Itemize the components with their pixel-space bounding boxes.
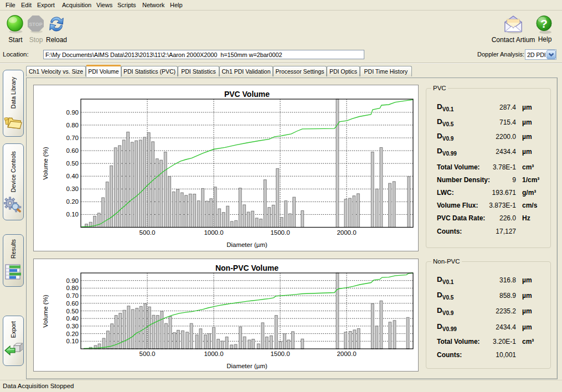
svg-text:0.80: 0.80	[66, 285, 79, 291]
svg-text:1500.0: 1500.0	[270, 350, 290, 357]
svg-text:2000.0: 2000.0	[337, 229, 356, 236]
svg-text:500.0: 500.0	[140, 350, 156, 357]
svg-text:Volume (%): Volume (%)	[42, 147, 49, 180]
svg-text:0.30: 0.30	[66, 323, 79, 329]
svg-text:STOP: STOP	[29, 22, 42, 27]
svg-text:0.10: 0.10	[66, 338, 79, 344]
svg-text:0.10: 0.10	[66, 211, 79, 218]
svg-text:?: ?	[540, 17, 548, 30]
svg-text:Diameter (µm): Diameter (µm)	[226, 241, 267, 248]
svg-text:Diameter (µm): Diameter (µm)	[226, 363, 267, 369]
svg-text:500.0: 500.0	[140, 229, 156, 236]
svg-text:0.70: 0.70	[66, 135, 79, 141]
svg-text:PVC Volume: PVC Volume	[224, 90, 270, 99]
svg-text:0.40: 0.40	[66, 173, 79, 179]
svg-text:0.40: 0.40	[66, 315, 79, 322]
svg-text:0.90: 0.90	[66, 109, 79, 116]
svg-text:0.50: 0.50	[66, 308, 79, 314]
svg-text:0.60: 0.60	[66, 300, 79, 307]
svg-text:0.50: 0.50	[66, 160, 79, 167]
svg-text:0.90: 0.90	[66, 277, 79, 284]
svg-text:0.60: 0.60	[66, 147, 79, 154]
svg-text:0.80: 0.80	[66, 122, 79, 128]
svg-text:Non-PVC Volume: Non-PVC Volume	[215, 264, 279, 272]
svg-text:1500.0: 1500.0	[270, 229, 290, 236]
svg-text:Volume (%): Volume (%)	[42, 295, 49, 328]
svg-text:0.20: 0.20	[66, 331, 79, 337]
svg-text:0.20: 0.20	[66, 198, 79, 205]
svg-text:0.30: 0.30	[66, 185, 79, 192]
svg-text:1000.0: 1000.0	[204, 350, 223, 357]
svg-text:0.70: 0.70	[66, 292, 79, 299]
svg-text:1000.0: 1000.0	[204, 229, 223, 236]
svg-text:2000.0: 2000.0	[337, 350, 356, 357]
